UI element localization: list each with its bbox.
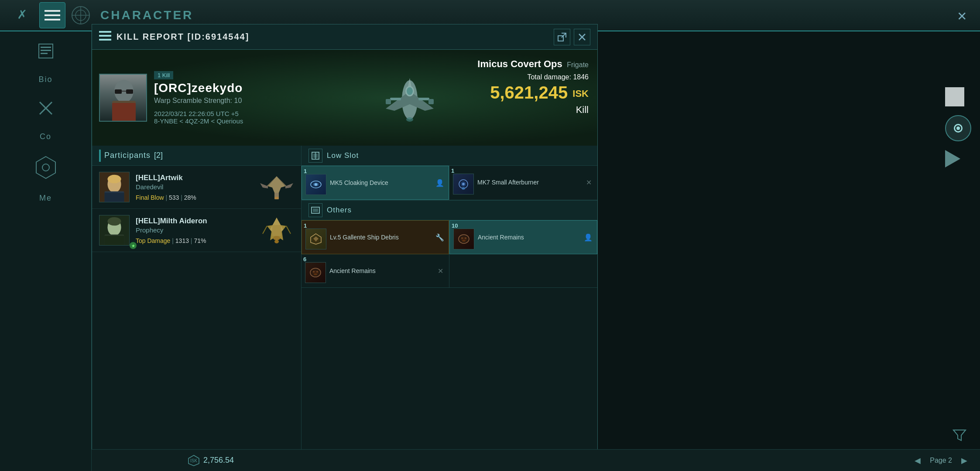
sidebar-bio-label: Bio bbox=[38, 75, 52, 84]
svg-point-82 bbox=[316, 271, 318, 273]
item-tool-button[interactable]: 🔧 bbox=[435, 232, 445, 242]
svg-line-62 bbox=[263, 226, 267, 234]
items-col-left: 1 MK5 Cloaking Device 👤 bbox=[302, 166, 449, 200]
modal-actions bbox=[554, 29, 590, 45]
sidebar-combat-button[interactable] bbox=[35, 97, 57, 119]
items-panel: Low Slot 1 bbox=[302, 146, 597, 471]
page-label: Page 2 bbox=[930, 457, 952, 464]
pagination: ◀ Page 2 ▶ bbox=[911, 454, 971, 468]
item-close-button[interactable]: ✕ bbox=[583, 177, 594, 188]
svg-rect-2 bbox=[45, 14, 60, 16]
item-quantity: 1 bbox=[304, 168, 307, 198]
svg-rect-17 bbox=[99, 35, 111, 37]
item-name: Ancient Remains bbox=[329, 267, 376, 275]
item-mk5-cloaking[interactable]: 1 MK5 Cloaking Device 👤 bbox=[302, 166, 449, 200]
svg-rect-75 bbox=[313, 208, 318, 212]
participants-count: [2] bbox=[154, 151, 163, 160]
hero-stats: Imicus Covert Ops Frigate Total damage: … bbox=[477, 58, 589, 116]
others-section: Others 1 bbox=[302, 200, 597, 288]
item-action-button[interactable]: 👤 bbox=[435, 177, 445, 188]
svg-point-72 bbox=[462, 183, 465, 185]
svg-rect-26 bbox=[126, 89, 133, 94]
prophecy-ship-image bbox=[259, 217, 294, 243]
low-slot-title: Low Slot bbox=[327, 151, 359, 160]
modal-header: KILL REPORT [ID:6914544] bbox=[92, 24, 597, 50]
participant-ship: Daredevil bbox=[136, 183, 253, 191]
item-name: MK5 Cloaking Device bbox=[330, 179, 388, 187]
svg-point-87 bbox=[465, 237, 466, 239]
next-page-button[interactable]: ▶ bbox=[957, 454, 971, 468]
debris-icon bbox=[305, 229, 326, 249]
svg-rect-9 bbox=[41, 47, 51, 48]
hero-banner: 1 Kill [ORC]zeekydo Warp Scramble Streng… bbox=[92, 50, 597, 146]
svg-rect-16 bbox=[99, 31, 111, 33]
modal-close-button[interactable] bbox=[574, 29, 590, 45]
svg-marker-50 bbox=[260, 183, 268, 188]
svg-rect-37 bbox=[428, 99, 434, 104]
participant-star-badge: ★ bbox=[130, 242, 137, 249]
svg-point-43 bbox=[107, 175, 121, 183]
nav-dna-button[interactable]: ✗ bbox=[9, 2, 35, 28]
sidebar-medals-label: Me bbox=[39, 194, 52, 203]
white-square-button[interactable] bbox=[945, 87, 964, 106]
low-slot-header: Low Slot bbox=[302, 146, 597, 166]
arrow-right-button[interactable] bbox=[945, 150, 960, 167]
kill-badge: 1 Kill bbox=[154, 71, 173, 79]
participant-item[interactable]: [HELL]Milth Aideron Prophecy Top Damage … bbox=[92, 209, 301, 252]
participant-name: [HELL]Artwik bbox=[136, 174, 253, 182]
svg-rect-10 bbox=[41, 50, 51, 51]
right-float-buttons bbox=[945, 87, 971, 167]
svg-point-39 bbox=[407, 87, 413, 95]
item-quantity: 1 bbox=[451, 167, 454, 197]
header-accent bbox=[99, 150, 101, 162]
svg-marker-14 bbox=[36, 157, 55, 178]
item-ancient-remains-6[interactable]: 6 Ancient Remains bbox=[302, 254, 449, 287]
low-slot-section: Low Slot 1 bbox=[302, 146, 597, 200]
item-quantity: 10 bbox=[452, 222, 458, 229]
svg-rect-28 bbox=[112, 103, 136, 122]
hero-total-damage: Total damage: 1846 bbox=[477, 73, 589, 81]
svg-marker-51 bbox=[285, 183, 293, 188]
svg-point-60 bbox=[273, 236, 280, 240]
remains-icon-2 bbox=[453, 229, 474, 249]
participant-stats: Final Blow | 533 | 28% bbox=[136, 194, 253, 201]
nav-menu-button[interactable] bbox=[39, 2, 65, 28]
item-quantity: 6 bbox=[303, 256, 306, 263]
others-col-left: 1 Lv.5 Gallente Ship Debris 🔧 bbox=[302, 220, 449, 287]
logo-icon bbox=[70, 4, 92, 26]
svg-rect-25 bbox=[115, 89, 122, 94]
svg-rect-3 bbox=[45, 19, 60, 20]
item-name: Ancient Remains bbox=[478, 233, 524, 241]
daredevil-ship-image bbox=[259, 174, 294, 200]
item-ancient-remains-10[interactable]: 10 Ancient Remains bbox=[449, 220, 597, 254]
svg-rect-44 bbox=[105, 193, 124, 202]
prev-page-button[interactable]: ◀ bbox=[911, 454, 925, 468]
bottom-bar: ISK 2,756.54 ◀ Page 2 ▶ bbox=[92, 449, 980, 471]
item-close-button[interactable]: ✕ bbox=[435, 266, 445, 276]
participants-header: Participants [2] bbox=[92, 146, 301, 166]
svg-rect-34 bbox=[390, 98, 401, 100]
svg-point-55 bbox=[107, 217, 121, 225]
participant-info-artwik: [HELL]Artwik Daredevil Final Blow | 533 … bbox=[136, 174, 253, 201]
item-mk7-afterburner[interactable]: 1 MK7 Small Afterburner bbox=[449, 166, 597, 199]
hero-avatar bbox=[99, 74, 147, 122]
sidebar-medals-button[interactable] bbox=[33, 154, 59, 181]
sidebar-combat-label: Co bbox=[40, 132, 51, 141]
two-column-layout: Participants [2] [HE bbox=[92, 146, 597, 471]
items-col-right: 1 MK7 Small Afterburner bbox=[449, 166, 597, 200]
circle-button[interactable] bbox=[945, 115, 971, 141]
item-person-button[interactable]: 👤 bbox=[583, 232, 593, 242]
sidebar-bio-button[interactable] bbox=[35, 40, 57, 62]
item-quantity: 1 bbox=[304, 222, 307, 229]
item-gallente-debris[interactable]: 1 Lv.5 Gallente Ship Debris 🔧 bbox=[302, 220, 449, 254]
modal-external-button[interactable] bbox=[554, 29, 570, 45]
svg-point-88 bbox=[462, 240, 466, 242]
svg-rect-59 bbox=[272, 225, 281, 236]
hero-ship-image bbox=[370, 58, 449, 137]
others-items: 1 Lv.5 Gallente Ship Debris 🔧 bbox=[302, 220, 597, 287]
participant-item[interactable]: [HELL]Artwik Daredevil Final Blow | 533 … bbox=[92, 166, 301, 209]
low-slot-icon bbox=[308, 149, 322, 163]
filter-button[interactable] bbox=[950, 426, 969, 445]
svg-point-73 bbox=[462, 187, 465, 190]
app-close-button[interactable]: ✕ bbox=[952, 7, 971, 26]
